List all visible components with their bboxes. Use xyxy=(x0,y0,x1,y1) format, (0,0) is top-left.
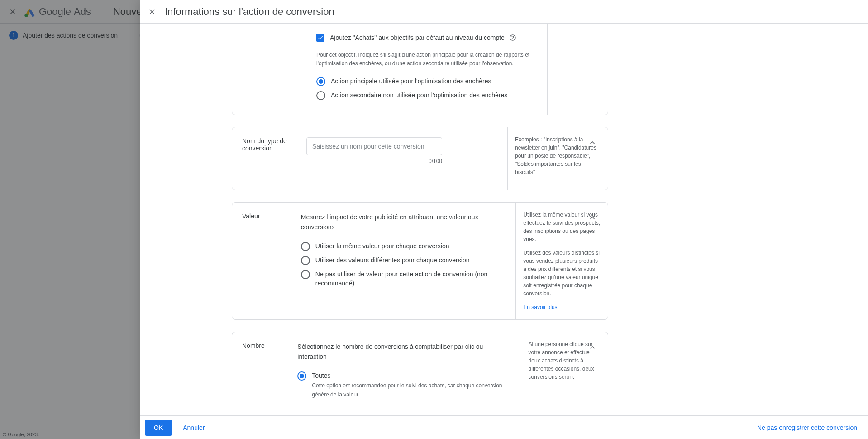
card-count: Nombre Sélectionnez le nombre de convers… xyxy=(232,332,608,413)
radio-icon[interactable] xyxy=(301,256,310,265)
cancel-button[interactable]: Annuler xyxy=(174,420,214,436)
radio-icon[interactable] xyxy=(297,371,306,381)
radio-action-secondary-label: Action secondaire non utilisée pour l'op… xyxy=(331,91,507,100)
count-subtitle: Sélectionnez le nombre de conversions à … xyxy=(297,342,511,362)
card-optimisation: Ajoutez "Achats" aux objectifs par défau… xyxy=(232,24,608,115)
modal-close-button[interactable] xyxy=(143,3,161,21)
radio-count-all-label: Toutes xyxy=(312,371,511,380)
radio-value-different[interactable]: Utiliser des valeurs différentes pour ch… xyxy=(301,256,506,265)
radio-value-none[interactable]: Ne pas utiliser de valeur pour cette act… xyxy=(301,270,506,288)
collapse-toggle-name[interactable] xyxy=(583,134,601,152)
radio-value-different-label: Utiliser des valeurs différentes pour ch… xyxy=(315,256,470,265)
optimisation-explainer: Pour cet objectif, indiquez s'il s'agit … xyxy=(316,51,536,68)
card-conversion-name: Nom du type de conversion 0/100 Exemples… xyxy=(232,127,608,190)
radio-action-primary[interactable]: Action principale utilisée pour l'optimi… xyxy=(316,77,536,86)
section-title-count: Nombre xyxy=(232,332,297,413)
radio-icon[interactable] xyxy=(316,77,325,86)
check-icon xyxy=(317,34,324,41)
chevron-up-icon xyxy=(588,343,597,352)
card-value: Valeur Mesurez l'impact de votre publici… xyxy=(232,202,608,320)
section-title-name: Nom du type de conversion xyxy=(232,127,306,190)
modal-body[interactable]: Ajoutez "Achats" aux objectifs par défau… xyxy=(140,24,868,415)
conversion-name-input[interactable] xyxy=(306,137,442,155)
radio-icon[interactable] xyxy=(301,242,310,251)
help-icon[interactable] xyxy=(509,34,516,41)
radio-value-none-label: Ne pas utiliser de valeur pour cette act… xyxy=(315,270,506,288)
value-tip-2: Utilisez des valeurs distinctes si vous … xyxy=(523,249,601,298)
default-goal-checkbox-label: Ajoutez "Achats" aux objectifs par défau… xyxy=(330,34,505,41)
collapse-toggle-count[interactable] xyxy=(583,338,601,357)
conversion-action-modal: Informations sur l'action de conversion … xyxy=(140,0,868,439)
chevron-up-icon xyxy=(588,213,597,222)
modal-title: Informations sur l'action de conversion xyxy=(165,6,334,18)
radio-value-same[interactable]: Utiliser la même valeur pour chaque conv… xyxy=(301,241,506,251)
default-goal-checkbox-row[interactable]: Ajoutez "Achats" aux objectifs par défau… xyxy=(316,34,536,42)
radio-count-all[interactable]: Toutes Cette option est recommandée pour… xyxy=(297,371,511,399)
default-goal-checkbox[interactable] xyxy=(316,34,324,42)
collapse-toggle-value[interactable] xyxy=(583,209,601,227)
conversion-name-char-count: 0/100 xyxy=(306,158,442,164)
modal-header: Informations sur l'action de conversion xyxy=(140,0,868,24)
radio-value-same-label: Utiliser la même valeur pour chaque conv… xyxy=(315,241,449,251)
chevron-up-icon xyxy=(588,138,597,147)
value-subtitle: Mesurez l'impact de votre publicité en a… xyxy=(301,212,506,232)
radio-icon[interactable] xyxy=(301,270,310,279)
radio-icon[interactable] xyxy=(316,91,325,100)
radio-action-secondary[interactable]: Action secondaire non utilisée pour l'op… xyxy=(316,91,536,100)
ok-button[interactable]: OK xyxy=(145,420,172,436)
radio-action-primary-label: Action principale utilisée pour l'optimi… xyxy=(331,77,491,86)
radio-count-all-desc: Cette option est recommandée pour le sui… xyxy=(312,381,511,399)
close-icon xyxy=(148,7,157,16)
modal-footer: OK Annuler Ne pas enregistrer cette conv… xyxy=(140,415,868,439)
dont-save-link[interactable]: Ne pas enregistrer cette conversion xyxy=(757,424,857,431)
value-learn-more-link[interactable]: En savoir plus xyxy=(523,304,557,310)
section-title-value: Valeur xyxy=(232,203,301,319)
